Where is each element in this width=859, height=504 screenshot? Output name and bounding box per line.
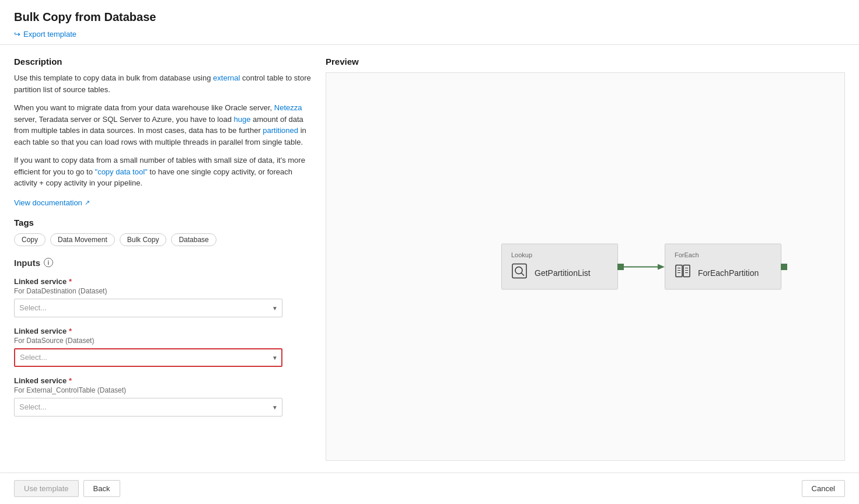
foreach-right-connector (781, 264, 787, 270)
inputs-info-icon[interactable]: i (44, 258, 53, 267)
preview-canvas: Lookup GetPartitionList (326, 72, 845, 461)
desc-link-partitioned[interactable]: partitioned (263, 126, 298, 135)
select-wrapper-destination: Select... ▼ (14, 299, 282, 317)
export-arrow-icon: ↪ (14, 30, 20, 38)
tags-section: Tags Copy Data Movement Bulk Copy Databa… (14, 218, 312, 246)
inputs-section: Inputs i Linked service * For DataDestin… (14, 258, 312, 416)
page-header: Bulk Copy from Database ↪ Export templat… (0, 0, 859, 45)
desc-link-copy-tool[interactable]: "copy data tool" (95, 167, 148, 176)
desc-link-netezza[interactable]: Netezza (274, 103, 302, 112)
footer-right: Cancel (802, 480, 845, 497)
footer-left: Use template Back (14, 480, 120, 497)
field-label-datasource: Linked service * (14, 327, 312, 335)
lookup-right-connector (617, 264, 624, 270)
field-sublabel-destination: For DataDestination (Dataset) (14, 287, 312, 295)
foreach-node-body: ForEachPartition (675, 263, 771, 282)
right-panel: Preview Lookup GetPar (326, 57, 845, 461)
preview-label: Preview (326, 57, 845, 66)
main-content: Description Use this template to copy da… (0, 45, 859, 473)
external-link-icon: ↗ (85, 199, 90, 206)
export-template-link[interactable]: ↪ Export template (14, 30, 76, 38)
select-datasource[interactable]: Select... (14, 348, 282, 367)
arrow-svg (618, 261, 665, 272)
lookup-node-name: GetPartitionList (535, 268, 591, 277)
tags-title: Tags (14, 218, 312, 228)
foreach-icon (675, 263, 691, 282)
field-label-controltable: Linked service * (14, 376, 312, 385)
tag-copy: Copy (14, 233, 46, 246)
field-sublabel-datasource: For DataSource (Dataset) (14, 337, 312, 345)
foreach-node: ForEach (665, 244, 781, 290)
field-label-destination: Linked service * (14, 277, 312, 286)
pipeline-arrow (618, 261, 665, 272)
description-para3: If you want to copy data from a small nu… (14, 155, 312, 189)
page-footer: Use template Back Cancel (0, 473, 859, 504)
view-documentation-link[interactable]: View documentation ↗ (14, 198, 90, 207)
inputs-header: Inputs i (14, 258, 312, 268)
left-panel: Description Use this template to copy da… (14, 57, 312, 461)
lookup-node: Lookup GetPartitionList (501, 244, 618, 290)
description-para2: When you want to migrate data from your … (14, 102, 312, 148)
cancel-button[interactable]: Cancel (802, 480, 845, 497)
pipeline-diagram: Lookup GetPartitionList (501, 244, 781, 290)
select-wrapper-controltable: Select... ▼ (14, 398, 282, 416)
tags-container: Copy Data Movement Bulk Copy Database (14, 233, 312, 246)
use-template-button[interactable]: Use template (14, 480, 79, 497)
foreach-type-label: ForEach (675, 251, 771, 258)
description-link-external[interactable]: external (213, 74, 240, 82)
description-para1: Use this template to copy data in bulk f… (14, 72, 312, 95)
select-destination[interactable]: Select... (14, 299, 282, 317)
svg-rect-6 (683, 265, 690, 277)
foreach-node-name: ForEachPartition (698, 268, 759, 277)
field-group-controltable: Linked service * For External_ControlTab… (14, 376, 312, 416)
svg-rect-0 (512, 264, 526, 278)
lookup-node-body: GetPartitionList (511, 263, 608, 282)
tag-database: Database (171, 233, 216, 246)
lookup-type-label: Lookup (511, 251, 608, 258)
svg-rect-5 (676, 265, 682, 277)
field-sublabel-controltable: For External_ControlTable (Dataset) (14, 386, 312, 394)
tag-bulk-copy: Bulk Copy (120, 233, 167, 246)
select-wrapper-datasource: Select... ▼ (14, 348, 282, 367)
field-group-destination: Linked service * For DataDestination (Da… (14, 277, 312, 317)
page-title: Bulk Copy from Database (14, 10, 845, 24)
desc-link-load[interactable]: huge (233, 115, 250, 124)
field-group-datasource: Linked service * For DataSource (Dataset… (14, 327, 312, 367)
lookup-icon (511, 263, 528, 282)
description-title: Description (14, 57, 312, 66)
svg-line-2 (521, 273, 524, 276)
tag-data-movement: Data Movement (50, 233, 115, 246)
back-button[interactable]: Back (83, 480, 120, 497)
select-controltable[interactable]: Select... (14, 398, 282, 416)
svg-marker-4 (658, 264, 665, 270)
